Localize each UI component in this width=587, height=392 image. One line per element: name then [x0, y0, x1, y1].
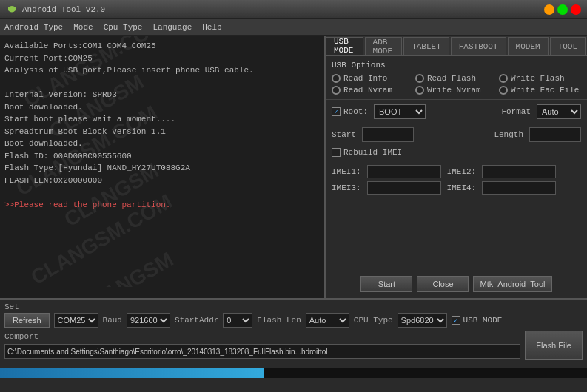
log-line-5: Boot downloaded. [4, 101, 320, 114]
imei4-input[interactable] [482, 181, 556, 195]
imei2-label: IMEI2: [447, 167, 477, 176]
set-label: Set [4, 303, 583, 311]
format-select[interactable]: Auto Manual [537, 104, 581, 119]
flash-len-label: Flash Len [257, 316, 301, 325]
app-title: Android Tool V2.0 [22, 5, 105, 14]
flash-file-button[interactable]: Flash File [525, 331, 583, 360]
tab-fastboot[interactable]: FASTBOOT [451, 37, 506, 55]
comport-path-input[interactable] [4, 344, 520, 359]
cpu-type-label: CPU Type [354, 316, 393, 325]
tab-tablet[interactable]: TABLET [403, 37, 449, 55]
radio-read-nvram[interactable]: Read Nvram [332, 86, 414, 95]
refresh-button[interactable]: Refresh [4, 313, 50, 328]
flash-len-select[interactable]: Auto Manual [306, 313, 349, 328]
imei-section: IMEI1: IMEI2: IMEI3: IMEI4: [326, 160, 587, 202]
radio-write-fac-file[interactable]: Write Fac File [499, 86, 581, 95]
log-line-10: Flash Type:[Hyundai] NAND_HY27UT088G2A [4, 162, 320, 175]
com-select[interactable]: COM25 COM1 COM4 [54, 313, 98, 328]
title-bar: Android Tool V2.0 [0, 0, 587, 19]
menu-android-type[interactable]: Android Type [4, 23, 63, 32]
cpu-type-select[interactable]: Spd6820 Spd6825 [398, 313, 447, 328]
bottom-row1: Refresh COM25 COM1 COM4 Baud 921600 1152… [4, 313, 583, 328]
close-button[interactable]: Close [417, 276, 469, 292]
tab-tool[interactable]: TOOL [550, 37, 586, 55]
imei1-input[interactable] [367, 165, 441, 178]
radio-read-flash-circle[interactable] [415, 74, 424, 83]
menu-mode[interactable]: Mode [73, 23, 93, 32]
usb-options-title: USB Options [332, 61, 581, 70]
right-panel: USB MODE ADB MODE TABLET FASTBOOT MODEM … [326, 36, 587, 298]
imei4-label: IMEI4: [447, 183, 477, 192]
close-window-button[interactable] [571, 4, 581, 15]
android-icon [6, 4, 18, 16]
tab-adb-mode[interactable]: ADB MODE [365, 37, 403, 55]
main-layout: Available Ports:COM1 COM4 COM25 Current … [0, 36, 587, 298]
log-line-11: FLASH LEN:0x20000000 [4, 175, 320, 187]
log-line-3 [4, 77, 320, 89]
start-addr-select[interactable]: 0 [223, 313, 252, 328]
menu-cpu-type[interactable]: Cpu Type [104, 23, 143, 32]
action-buttons: Start Close Mtk_Android_Tool [326, 270, 587, 298]
imei3-input[interactable] [367, 181, 441, 195]
bottom-row2: Comport Flash File [4, 331, 583, 360]
radio-write-flash-circle[interactable] [499, 74, 508, 83]
comport-path-row [4, 344, 520, 359]
log-line-8: Boot downloaded. [4, 138, 320, 150]
radio-write-nvram-circle[interactable] [415, 86, 424, 95]
log-line-6: Start boot please wait a moment.... [4, 113, 320, 126]
imei1-label: IMEI1: [332, 167, 361, 176]
imei2-input[interactable] [482, 165, 556, 178]
start-addr-label: StartAddr [175, 316, 218, 325]
minimize-button[interactable] [544, 4, 554, 15]
radio-read-info-circle[interactable] [332, 74, 341, 83]
rebuild-imei-checkbox[interactable] [332, 148, 341, 157]
progress-bar-fill [0, 368, 264, 378]
radio-read-flash[interactable]: Read Flash [415, 74, 497, 83]
menu-language[interactable]: Language [152, 23, 192, 32]
radio-read-nvram-circle[interactable] [332, 86, 341, 95]
start-input[interactable] [362, 127, 414, 142]
rebuild-imei-row: Rebuild IMEI [326, 145, 587, 160]
comport-label: Comport [4, 332, 520, 341]
log-line-0: Available Ports:COM1 COM4 COM25 [4, 40, 320, 53]
start-length-row: Start Length [326, 124, 587, 145]
tab-bar: USB MODE ADB MODE TABLET FASTBOOT MODEM … [326, 36, 587, 56]
radio-write-fac-file-circle[interactable] [499, 86, 508, 95]
format-label: Format [501, 107, 531, 116]
radio-write-flash[interactable]: Write Flash [499, 74, 581, 83]
log-line-4: Internal version: SPRD3 [4, 89, 320, 101]
root-checkbox-item[interactable]: Root: [332, 107, 368, 116]
length-input[interactable] [529, 127, 581, 142]
root-select[interactable]: BOOT SYSTEM DATA CACHE [374, 104, 426, 119]
usb-mode-checkbox[interactable] [452, 316, 460, 325]
log-panel: Available Ports:COM1 COM4 COM25 Current … [0, 36, 326, 298]
rebuild-imei-label: Rebuild IMEI [343, 148, 402, 157]
log-line-red: >>Please read the phone partition. [4, 199, 320, 212]
usb-mode-label: USB MODE [463, 316, 503, 325]
log-line-12 [4, 186, 320, 199]
baud-select[interactable]: 921600 115200 9600 [127, 313, 170, 328]
length-label: Length [494, 130, 523, 139]
log-line-9: Flash ID: 00AD00BC90555600 [4, 150, 320, 163]
bottom-toolbar: Set Refresh COM25 COM1 COM4 Baud 921600 … [0, 298, 587, 366]
menu-help[interactable]: Help [202, 23, 221, 32]
imei-row-1: IMEI1: IMEI2: [332, 165, 581, 178]
imei3-label: IMEI3: [332, 183, 361, 192]
baud-label: Baud [103, 316, 122, 325]
tab-usb-mode[interactable]: USB MODE [326, 37, 363, 55]
menu-bar: Android Type Mode Cpu Type Language Help [0, 19, 587, 36]
radio-options-grid: Read Info Read Flash Write Flash Read Nv… [332, 74, 581, 95]
maximize-button[interactable] [557, 4, 568, 15]
usb-options-section: USB Options Read Info Read Flash Write F… [326, 56, 587, 100]
mtk-tool-button[interactable]: Mtk_Android_Tool [473, 276, 551, 292]
log-line-1: Current Port:COM25 [4, 53, 320, 65]
start-button[interactable]: Start [360, 276, 412, 292]
radio-write-nvram[interactable]: Write Nvram [415, 86, 497, 95]
tab-modem[interactable]: MODEM [508, 37, 549, 55]
usb-mode-check[interactable]: USB MODE [452, 316, 503, 325]
root-checkbox[interactable] [332, 107, 341, 116]
radio-read-info[interactable]: Read Info [332, 74, 414, 83]
root-format-row: Root: BOOT SYSTEM DATA CACHE Format Auto… [326, 100, 587, 124]
imei-row-2: IMEI3: IMEI4: [332, 181, 581, 195]
progress-bar-container [0, 368, 587, 378]
